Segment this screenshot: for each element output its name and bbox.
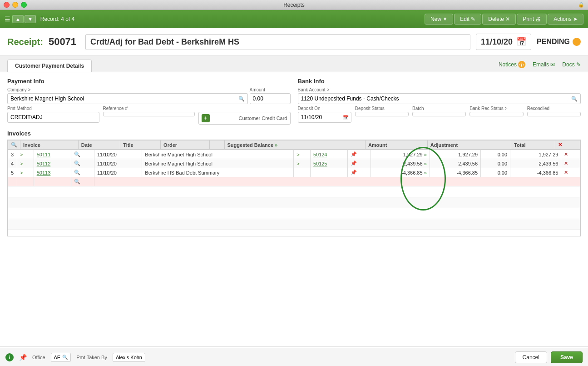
order-arrow-5 [294, 168, 311, 177]
pmt-row: Pmt Method CREDIT/ADJ Reference # + Cu [7, 106, 291, 125]
table-row: 4 > 50112 🔍 11/10/20 Berkshire Magnet Hi… [8, 159, 580, 168]
pin-icon[interactable]: 📌 [19, 354, 27, 361]
emails-link[interactable]: Emails ✉ [533, 61, 555, 68]
receipt-description[interactable]: Crdt/Adj for Bad Debt - BerkshireM HS [85, 34, 470, 50]
deposit-status-input[interactable] [355, 112, 409, 116]
invoice-id-5[interactable]: 50113 [34, 168, 71, 177]
nav-down-button[interactable]: ▼ [25, 15, 36, 23]
amount-4[interactable]: 2,439.56 [430, 159, 480, 168]
nav-up-button[interactable]: ▲ [12, 15, 24, 23]
header-date[interactable]: Date [78, 140, 120, 150]
invoice-search-icon[interactable]: 🔍 [11, 142, 17, 147]
office-input[interactable]: AE 🔍 [51, 353, 71, 362]
calendar-icon[interactable]: 📅 [516, 37, 526, 47]
bank-rec-status-field: Bank Rec Status > [469, 106, 523, 123]
delete-button[interactable]: Delete ✕ [482, 14, 516, 25]
toolbar-actions: New ✦ Edit ✎ Delete ✕ Print 🖨 Actions ➤ [425, 14, 583, 25]
del-5[interactable]: ✕ [561, 168, 580, 177]
new-button[interactable]: New ✦ [425, 14, 453, 25]
add-cc-button[interactable]: + [202, 114, 210, 122]
receipt-status: PENDING [537, 38, 581, 46]
pmt-method-input[interactable]: CREDIT/ADJ [7, 112, 99, 123]
office-search-icon[interactable]: 🔍 [62, 355, 68, 360]
header-invoice[interactable]: Invoice [20, 140, 79, 150]
reconciled-input[interactable] [527, 112, 581, 116]
header-delete: ✕ [555, 140, 580, 150]
amount-5[interactable]: -4,366.85 [430, 168, 480, 177]
menu-button[interactable]: ☰ [5, 15, 10, 23]
order-id-4[interactable]: 50125 [310, 159, 347, 168]
edit-button[interactable]: Edit ✎ [454, 14, 481, 25]
batch-field: Batch [412, 106, 466, 123]
pmt-method-label: Pmt Method [7, 106, 99, 111]
info-icon[interactable]: i [5, 353, 14, 361]
batch-input[interactable] [412, 112, 466, 116]
pin-5[interactable]: 📌 [348, 168, 371, 177]
reference-input[interactable] [103, 112, 195, 116]
amount-3[interactable]: 1,927.29 [430, 150, 480, 159]
bank-account-input[interactable]: 1120 Undeposited Funds - Cash/Checks 🔍 [298, 93, 581, 104]
header-order[interactable]: Order [161, 140, 210, 150]
search-3[interactable]: 🔍 [71, 150, 94, 159]
minimize-button[interactable] [12, 2, 18, 8]
invoice-id-4[interactable]: 50112 [34, 159, 71, 168]
invoice-table-scroll[interactable]: 3 > 50111 🔍 11/10/20 Berkshire Magnet Hi… [8, 150, 580, 236]
adjustment-4[interactable]: 0.00 [481, 159, 510, 168]
del-3[interactable]: ✕ [561, 150, 580, 159]
company-label: Company > [7, 87, 248, 92]
empty-row [8, 219, 580, 230]
row-arrow-3: > [17, 150, 34, 159]
bank-account-row: Bank Account > 1120 Undeposited Funds - … [298, 87, 581, 104]
header-total[interactable]: Total [511, 140, 555, 150]
row-arrow-5: > [17, 168, 34, 177]
header-title[interactable]: Title [120, 140, 161, 150]
search-5[interactable]: 🔍 [71, 168, 94, 177]
del-4[interactable]: ✕ [561, 159, 580, 168]
pmt-taken-by-input[interactable]: Alexis Kohn [113, 353, 145, 362]
suggested-balance-4: 2,439.56 » [371, 159, 430, 168]
deposit-calendar-icon[interactable]: 📅 [343, 115, 348, 120]
adjustment-3[interactable]: 0.00 [481, 150, 510, 159]
save-button[interactable]: Save [551, 351, 583, 363]
search-4[interactable]: 🔍 [71, 159, 94, 168]
row-num-4: 4 [8, 159, 17, 168]
amount-input[interactable]: 0.00 [250, 93, 291, 104]
company-input[interactable]: Berkshire Magnet High School 🔍 [7, 93, 248, 104]
pin-3[interactable]: 📌 [348, 150, 371, 159]
header-adjustment[interactable]: Adjustment [427, 140, 511, 150]
invoice-table-header: 🔍 Invoice Date Title Order Suggested Bal… [8, 140, 580, 150]
invoice-id-3[interactable]: 50111 [34, 150, 71, 159]
order-id-5 [310, 168, 347, 177]
notices-link[interactable]: Notices 🛈 [499, 61, 525, 68]
adjustment-5[interactable]: 0.00 [481, 168, 510, 177]
tab-customer-payment-details[interactable]: Customer Payment Details [7, 60, 92, 72]
receipt-date[interactable]: 11/10/20 📅 [476, 34, 531, 50]
deposit-on-input[interactable]: 11/10/20 📅 [298, 112, 351, 123]
cancel-button[interactable]: Cancel [515, 351, 547, 363]
row-num-3: 3 [8, 150, 17, 159]
tabs-area: Customer Payment Details Notices 🛈 Email… [0, 56, 588, 72]
cc-input[interactable]: + Customer Credit Card [198, 112, 291, 125]
header-amount[interactable]: Amount [365, 140, 427, 150]
delete-all-icon[interactable]: ✕ [558, 142, 562, 147]
print-button[interactable]: Print 🖨 [517, 14, 547, 25]
toolbar-left: ☰ ▲ ▼ Record: 4 of 4 [5, 15, 74, 23]
payment-info-title: Payment Info [7, 78, 291, 85]
company-search-icon[interactable]: 🔍 [238, 96, 245, 102]
bank-rec-status-input[interactable] [469, 112, 523, 116]
docs-link[interactable]: Docs ✎ [562, 61, 581, 68]
maximize-button[interactable] [21, 2, 27, 8]
new-row-search[interactable]: 🔍 [71, 177, 94, 186]
traffic-lights [4, 2, 27, 8]
close-button[interactable] [4, 2, 10, 8]
order-id-3[interactable]: 50124 [310, 150, 347, 159]
pmt-method-field: Pmt Method CREDIT/ADJ [7, 106, 99, 125]
bank-info-section: Bank Info Bank Account > 1120 Undeposite… [298, 78, 581, 125]
actions-button[interactable]: Actions ➤ [548, 14, 583, 25]
pin-4[interactable]: 📌 [348, 159, 371, 168]
new-invoice-row: 🔍 [8, 177, 580, 186]
payment-info-section: Payment Info Company > Berkshire Magnet … [7, 78, 291, 125]
header-suggested-balance[interactable]: Suggested Balance » [224, 140, 365, 150]
date-5: 11/10/20 [94, 168, 142, 177]
bank-search-icon[interactable]: 🔍 [571, 96, 578, 102]
